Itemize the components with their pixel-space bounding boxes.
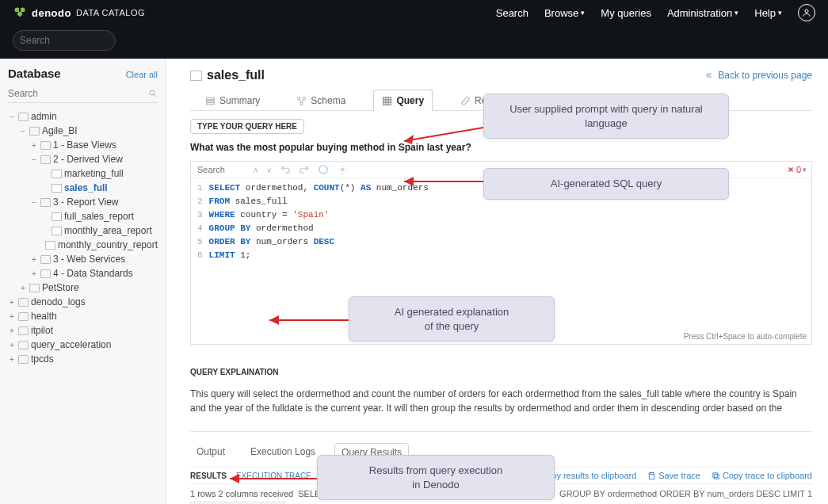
query-icon	[382, 96, 392, 106]
svg-rect-10	[383, 97, 391, 105]
svg-point-0	[805, 10, 808, 13]
global-search-pill[interactable]	[13, 30, 116, 51]
view-title: sales_full	[190, 68, 265, 82]
callout-sql: AI-generated SQL query	[483, 168, 729, 200]
svg-rect-18	[651, 472, 654, 474]
tree-node-marketing-full[interactable]: marketing_full	[8, 166, 158, 181]
nav-next-icon[interactable]: ∨	[266, 166, 272, 174]
tab-schema[interactable]: Schema	[288, 90, 354, 111]
close-icon	[787, 166, 795, 174]
tree-node-admin[interactable]: −admin	[8, 109, 158, 124]
svg-marker-28	[230, 474, 239, 483]
nav-search[interactable]: Search	[496, 7, 528, 19]
tree-node-web-services[interactable]: +3 - Web Services	[8, 252, 158, 266]
copy-icon	[712, 472, 720, 480]
brand-suffix: DATA CATALOG	[76, 8, 145, 17]
tree-node-tpcds[interactable]: +tpcds	[8, 352, 158, 366]
svg-marker-22	[404, 135, 414, 144]
nav-myqueries[interactable]: My queries	[601, 7, 651, 19]
svg-rect-20	[713, 472, 718, 477]
table-icon	[190, 71, 202, 81]
summary-icon	[205, 96, 216, 106]
global-search-row	[0, 25, 828, 59]
tree-node-query-acceleration[interactable]: +query_acceleration	[8, 338, 158, 352]
tree-node-denodo-logs[interactable]: +denodo_logs	[8, 295, 158, 309]
format-icon[interactable]	[318, 164, 329, 175]
chevron-down-icon: ▾	[735, 9, 738, 17]
tree-node-itpilot[interactable]: +itpilot	[8, 323, 158, 338]
callout-explain: AI generated explanation of the query	[349, 296, 555, 342]
tree-node-monthly-area-report[interactable]: monthly_area_report	[8, 223, 158, 238]
tree-node-full-sales-report[interactable]: full_sales_report	[8, 209, 158, 223]
error-badge[interactable]: 0 ▾	[787, 165, 807, 174]
svg-marker-26	[269, 315, 279, 325]
back-icon	[705, 71, 715, 80]
callout-results: Results from query execution in Denodo	[317, 455, 555, 500]
line-numbers: 123456	[191, 181, 209, 262]
sidebar-search[interactable]	[8, 85, 158, 103]
svg-point-15	[341, 168, 344, 171]
save-icon	[647, 472, 656, 480]
user-avatar-icon[interactable]	[798, 4, 815, 21]
tree-node-monthly-country-report[interactable]: monthly_country_report	[8, 238, 158, 252]
nl-prompt-text[interactable]: What was the most popular buying method …	[190, 137, 812, 158]
explain-text: This query will select the ordermethod a…	[190, 382, 812, 423]
result-row-count: 1 rows 2 columns received	[190, 489, 293, 498]
chevron-down-icon: ▾	[581, 9, 585, 17]
settings-icon[interactable]	[337, 164, 348, 175]
result-sql-tail: GROUP BY ordermethod ORDER BY num_orders…	[559, 489, 812, 498]
sidebar-search-input[interactable]	[8, 88, 148, 99]
chevron-down-icon: ▾	[778, 9, 782, 17]
explain-label: QUERY EXPLAINATION	[190, 365, 285, 379]
brand-logo-area: denodo DATA CATALOG	[13, 6, 145, 20]
back-link[interactable]: Back to previous page	[705, 70, 812, 81]
tree-node-sales-full[interactable]: sales_full	[8, 181, 158, 195]
database-tree: −admin −Agile_BI +1 - Base Views −2 - De…	[8, 109, 158, 366]
undo-icon[interactable]	[280, 164, 291, 175]
nav-browse[interactable]: Browse▾	[544, 7, 585, 19]
search-icon	[148, 89, 158, 98]
svg-rect-4	[207, 97, 215, 99]
tree-node-agile-bi[interactable]: −Agile_BI	[8, 124, 158, 138]
tree-node-base-views[interactable]: +1 - Base Views	[8, 138, 158, 152]
tree-node-health[interactable]: +health	[8, 309, 158, 323]
sidebar-heading: Database Clear all	[8, 67, 158, 80]
tree-node-petstore[interactable]: +PetStore	[8, 281, 158, 295]
schema-icon	[296, 96, 307, 106]
svg-line-21	[404, 128, 483, 141]
clear-all-link[interactable]: Clear all	[126, 70, 158, 79]
redo-icon[interactable]	[299, 164, 310, 175]
callout-prompt: User supplied prompt with query in natur…	[483, 94, 729, 139]
result-tab-logs[interactable]: Execution Logs	[244, 443, 322, 462]
tree-node-data-standards[interactable]: +4 - Data Standards	[8, 266, 158, 281]
sql-code[interactable]: SELECT ordermethod, COUNT(*) AS num_orde…	[209, 181, 437, 262]
denodo-logo-icon	[13, 6, 27, 20]
svg-marker-24	[404, 177, 414, 186]
tree-node-report-view[interactable]: −3 - Report View	[8, 195, 158, 209]
nav-admin[interactable]: Administration▾	[667, 7, 738, 19]
brand-name: denodo	[32, 7, 71, 19]
copy-trace-button[interactable]: Copy trace to clipboard	[712, 471, 812, 480]
topbar: denodo DATA CATALOG Search Browse▾ My qu…	[0, 0, 828, 25]
result-tab-output[interactable]: Output	[190, 443, 231, 462]
svg-rect-6	[207, 102, 215, 104]
svg-rect-5	[207, 100, 215, 101]
nav-help[interactable]: Help▾	[754, 7, 782, 19]
global-search-input[interactable]	[20, 35, 139, 46]
sidebar: Database Clear all −admin −Agile_BI +1 -…	[0, 59, 166, 504]
svg-point-14	[319, 166, 328, 174]
svg-point-3	[150, 90, 155, 95]
tab-summary[interactable]: Summary	[197, 90, 269, 111]
topnav: Search Browse▾ My queries Administration…	[496, 4, 815, 21]
svg-rect-19	[715, 474, 719, 479]
relationships-icon	[460, 96, 471, 106]
nav-prev-icon[interactable]: ∧	[253, 166, 258, 174]
sql-editor-search-input[interactable]	[197, 165, 245, 174]
tree-node-derived-view[interactable]: −2 - Derived View	[8, 152, 158, 166]
type-query-label: TYPE YOUR QUERY HERE	[190, 119, 304, 134]
tab-query[interactable]: Query	[373, 90, 433, 111]
save-trace-button[interactable]: Save trace	[647, 471, 700, 480]
main-panel: sales_full Back to previous page Summary…	[166, 59, 828, 504]
